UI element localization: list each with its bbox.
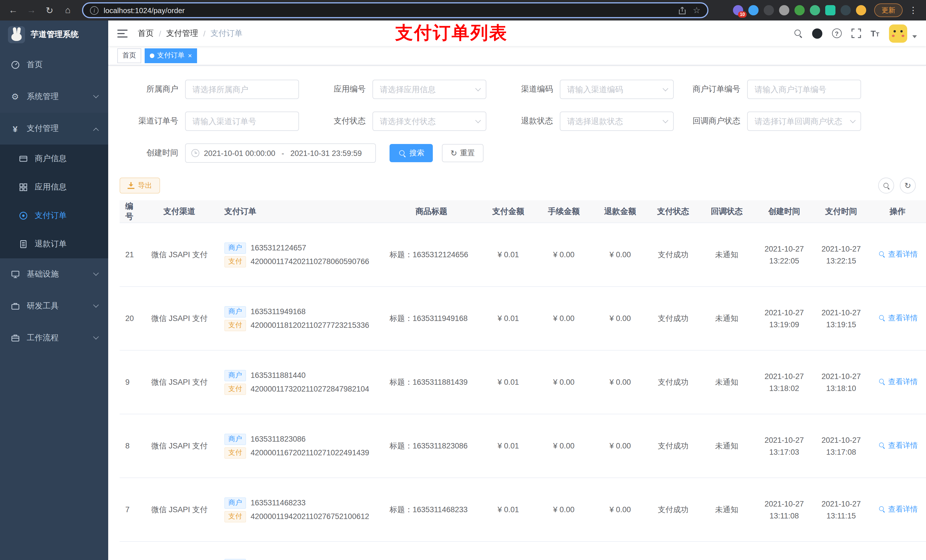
- cell-order: 商户1635311823086 支付4200001167202110271022…: [216, 431, 381, 461]
- extension-icon-9[interactable]: [856, 5, 866, 15]
- header-search-icon[interactable]: [794, 29, 802, 38]
- orders-table: 编号 支付渠道 支付订单 商品标题 支付金额 手续金额 退款金额 支付状态 回调…: [120, 200, 926, 560]
- merchant-badge: 商户: [224, 242, 246, 254]
- extension-icon-7[interactable]: [825, 5, 835, 15]
- cell-create-time: 2021-10-2713:18:02: [755, 370, 813, 394]
- cell-amount: ¥ 0.01: [481, 442, 535, 450]
- hamburger-icon[interactable]: [117, 29, 127, 37]
- avatar-caret-icon[interactable]: [912, 35, 917, 38]
- view-detail-link[interactable]: 查看详情: [877, 249, 918, 260]
- app-id-select[interactable]: [372, 80, 486, 99]
- download-icon: [127, 182, 135, 189]
- sidebar-item-label: 应用信息: [35, 182, 67, 192]
- sidebar-item-merchant-info[interactable]: 商户信息: [0, 145, 108, 173]
- table-row[interactable]: 21 微信 JSAPI 支付 商户1635312124657 支付4200001…: [120, 223, 926, 287]
- help-icon[interactable]: ?: [832, 29, 841, 38]
- refresh-table-button[interactable]: ↻: [900, 178, 916, 193]
- refund-status-select[interactable]: [560, 112, 674, 131]
- site-info-icon[interactable]: i: [90, 6, 98, 15]
- create-time-range-picker[interactable]: 2021-10-01 00:00:00 - 2021-10-31 23:59:5…: [185, 143, 376, 163]
- notify-status-select[interactable]: [747, 112, 861, 131]
- address-bar[interactable]: i localhost:1024/pay/order ☆: [82, 2, 708, 18]
- cell-title: 标题：1635311823086: [381, 441, 481, 451]
- toggle-search-button[interactable]: [878, 178, 894, 193]
- font-size-icon[interactable]: TT: [870, 29, 879, 38]
- sidebar-item-workflow[interactable]: 工作流程: [0, 322, 108, 354]
- cell-order: 商户1635311517236: [216, 557, 381, 560]
- extension-icon-5[interactable]: [794, 5, 805, 15]
- cell-channel: 微信 JSAPI 支付: [142, 313, 216, 323]
- search-icon: [883, 182, 890, 189]
- table-row[interactable]: 8 微信 JSAPI 支付 商户1635311823086 支付42000011…: [120, 414, 926, 478]
- channel-order-no-input[interactable]: [185, 112, 299, 131]
- view-detail-link[interactable]: 查看详情: [877, 441, 918, 451]
- dashboard-icon: [10, 60, 20, 70]
- extension-icon-3[interactable]: [764, 5, 774, 15]
- user-avatar[interactable]: [889, 24, 907, 42]
- extension-icon-8[interactable]: [841, 5, 851, 15]
- view-detail-link[interactable]: 查看详情: [877, 504, 918, 515]
- table-row[interactable]: 商户1635311517236: [120, 542, 926, 560]
- sidebar-item-refund-order[interactable]: 退款订单: [0, 230, 108, 258]
- share-icon[interactable]: [678, 6, 686, 15]
- sidebar-item-payment[interactable]: ¥ 支付管理: [0, 113, 108, 145]
- breadcrumb-payment[interactable]: 支付管理: [166, 28, 198, 38]
- sidebar-item-infrastructure[interactable]: 基础设施: [0, 258, 108, 290]
- channel-code-select[interactable]: [560, 80, 674, 99]
- breadcrumb-home[interactable]: 首页: [138, 28, 154, 38]
- cell-channel: 微信 JSAPI 支付: [142, 441, 216, 451]
- tag-home[interactable]: 首页: [117, 48, 141, 63]
- breadcrumb-separator: /: [159, 29, 161, 38]
- pay-badge: 支付: [224, 511, 246, 522]
- tag-pay-order[interactable]: 支付订单 ×: [145, 48, 197, 63]
- sidebar-item-app-info[interactable]: 应用信息: [0, 173, 108, 201]
- browser-menu-icon[interactable]: ⋮: [906, 5, 920, 15]
- browser-back-icon[interactable]: ←: [6, 3, 21, 18]
- bookmark-star-icon[interactable]: ☆: [693, 5, 701, 15]
- extension-icon-6[interactable]: [810, 5, 820, 15]
- pay-status-select[interactable]: [372, 112, 486, 131]
- sidebar-item-pay-order[interactable]: 支付订单: [0, 201, 108, 230]
- filter-label: 退款状态: [494, 116, 560, 126]
- sidebar-item-label: 商户信息: [35, 154, 67, 164]
- view-detail-link[interactable]: 查看详情: [877, 313, 918, 323]
- browser-home-icon[interactable]: ⌂: [61, 3, 75, 18]
- filter-label: 所属商户: [120, 84, 185, 95]
- browser-refresh-icon[interactable]: ↻: [42, 3, 57, 18]
- sidebar-item-home[interactable]: 首页: [0, 49, 108, 81]
- url-text: localhost:1024/pay/order: [104, 6, 185, 15]
- cell-amount: ¥ 0.01: [481, 251, 535, 259]
- extension-icon-1[interactable]: 10: [733, 5, 743, 15]
- search-icon: [878, 442, 885, 449]
- export-button[interactable]: 导出: [120, 178, 160, 193]
- search-icon: [878, 251, 885, 258]
- sidebar-item-label: 研发工具: [27, 301, 59, 311]
- filter-label: 渠道订单号: [120, 116, 185, 126]
- tag-close-icon[interactable]: ×: [188, 52, 192, 59]
- browser-forward-icon[interactable]: →: [24, 3, 39, 18]
- table-row[interactable]: 9 微信 JSAPI 支付 商户1635311881440 支付42000011…: [120, 350, 926, 414]
- extension-icon-4[interactable]: [779, 5, 789, 15]
- active-dot-icon: [150, 53, 154, 58]
- merchant-order-no-input[interactable]: [747, 80, 861, 99]
- view-detail-link[interactable]: 查看详情: [877, 377, 918, 387]
- search-button[interactable]: 搜索: [390, 144, 433, 162]
- filter-label: 应用编号: [307, 84, 372, 95]
- extension-icon-2[interactable]: [748, 5, 758, 15]
- reset-button[interactable]: ↻ 重置: [442, 144, 483, 162]
- merchant-input[interactable]: [185, 80, 299, 99]
- filter-merchant-order-no: 商户订单编号: [682, 80, 861, 99]
- pay-badge: 支付: [224, 383, 246, 395]
- app-logo[interactable]: 芋道管理系统: [0, 21, 108, 49]
- github-icon[interactable]: [812, 28, 822, 38]
- sidebar-item-label: 支付订单: [35, 211, 67, 221]
- table-row[interactable]: 7 微信 JSAPI 支付 商户1635311468233 支付42000011…: [120, 478, 926, 542]
- tag-label: 支付订单: [157, 51, 185, 60]
- fullscreen-icon[interactable]: [851, 29, 861, 38]
- sidebar: 芋道管理系统 首页 ⚙ 系统管理 ¥ 支付管理: [0, 21, 108, 560]
- sidebar-item-dev-tools[interactable]: 研发工具: [0, 290, 108, 322]
- tag-label: 首页: [123, 51, 136, 60]
- table-row[interactable]: 20 微信 JSAPI 支付 商户1635311949168 支付4200001…: [120, 287, 926, 350]
- browser-update-button[interactable]: 更新: [874, 3, 903, 17]
- sidebar-item-system[interactable]: ⚙ 系统管理: [0, 81, 108, 113]
